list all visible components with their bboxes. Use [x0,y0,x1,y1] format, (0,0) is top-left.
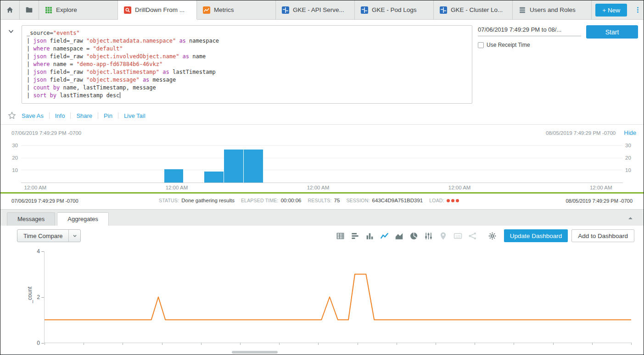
tab-label: Users and Roles [530,6,576,13]
query-line: | where namespace = "default" [27,45,467,53]
histogram-end-time: 08/05/2019 7:49:29 PM -0700 [546,130,616,136]
start-button[interactable]: Start [586,25,638,39]
action-share[interactable]: Share [76,112,92,119]
update-dashboard-button[interactable]: Update Dashboard [504,229,568,242]
use-receipt-time-checkbox[interactable] [478,42,484,48]
bar-chart-icon[interactable] [365,232,374,240]
histogram-bar [224,150,244,183]
metrics-icon [203,6,210,14]
action-pin[interactable]: Pin [104,112,112,119]
area-chart-icon[interactable] [395,232,403,240]
sliders-icon[interactable] [424,232,433,240]
status-group: STATUS:Done gathering resultsELAPSED TIM… [159,198,459,203]
grid-icon [45,6,52,14]
flow-icon [468,232,477,240]
x-tick-mark [358,343,358,345]
tab-label: DrillDown From ... [135,6,185,13]
x-tick-mark [84,343,84,345]
divider [70,112,71,119]
tab-label: GKE - Cluster Lo... [451,6,503,13]
x-tick-label: 12:00 AM [448,185,471,190]
status-start-time: 07/06/2019 7:49:29 PM -0700 [11,198,78,204]
count-series-line [45,251,631,343]
y-tick-label: 0 [27,340,40,346]
bar-horizontal-icon[interactable] [351,232,359,240]
tab-users-and-roles[interactable]: Users and Roles [513,0,592,19]
x-tick-label: 12:00 AM [307,185,330,190]
tab-explore[interactable]: Explore [39,0,118,19]
status-value: 00:00:06 [281,198,302,203]
chevron-down-icon [72,233,78,239]
collapse-query-icon[interactable] [7,27,15,35]
tab-gke-pod-logs[interactable]: GKE - Pod Logs [355,0,434,19]
x-tick-mark [279,343,280,345]
action-save-as[interactable]: Save As [22,112,44,119]
x-tick-mark [631,343,632,345]
search-panel: _source="events"| json field=_raw "objec… [0,20,644,124]
tab-bar: ExploreDrillDown From ...MetricsGKE - AP… [0,0,644,20]
y-tick-label: 30 [3,143,18,148]
x-tick-label: 12:00 AM [166,185,188,190]
time-compare-dropdown[interactable]: Time Compare [17,229,81,242]
load-dot [451,199,454,202]
new-button[interactable]: + New [595,4,627,17]
histogram-plot[interactable] [21,142,623,183]
add-to-dashboard-button[interactable]: Add to Dashboard [571,229,634,242]
table-icon[interactable] [336,232,345,240]
results-tab-aggregates[interactable]: Aggregates [57,212,109,226]
tab-drilldown-from[interactable]: DrillDown From ... [118,0,197,19]
query-editor[interactable]: _source="events"| json field=_raw "objec… [22,25,472,104]
status-value: Done gathering results [181,198,235,203]
tab-label: Explore [56,6,77,13]
action-live-tail[interactable]: Live Tail [124,112,146,119]
stack-icon [519,6,526,14]
results-panel: MessagesAggregates Time Compare 123 Upda… [0,209,644,355]
query-line: | json field=_raw "object.lastTimestamp"… [27,68,467,76]
y-tick-label: 4 [27,248,40,255]
map-pin-icon [439,232,448,240]
status-item: SESSION:643C4D9A751BD391 [346,198,423,203]
query-line: | json field=_raw "object.involvedObject… [27,53,467,61]
status-label: RESULTS: [308,198,331,203]
tab-gke-api-serve[interactable]: GKE - API Serve... [276,0,355,19]
x-tick-mark [123,343,123,345]
line-chart-icon[interactable] [380,232,389,240]
pie-chart-icon[interactable] [409,232,418,240]
tab-metrics[interactable]: Metrics [197,0,276,19]
query-line: | json field=_raw "object.metadata.names… [27,37,467,45]
gear-icon[interactable] [488,232,497,240]
load-dot [447,199,450,202]
tab-label: GKE - API Serve... [293,6,344,13]
results-tab-messages[interactable]: Messages [7,212,55,226]
histogram-bar [244,150,263,183]
collapse-results-icon[interactable] [627,215,633,221]
library-folder-button[interactable] [20,0,39,19]
y-tick-label: 10 [625,167,640,173]
text-cursor [120,92,120,98]
x-tick-mark [45,343,45,345]
y-tick-label: 30 [625,143,640,148]
folder-icon [25,6,33,14]
status-item: RESULTS:75 [308,198,340,203]
home-button[interactable] [0,0,20,19]
gridline [21,145,623,146]
dashboard-icon [282,6,289,14]
favorite-star-icon[interactable] [8,111,16,120]
action-links: Save AsInfoSharePinLive Tail [22,112,146,119]
status-label: ELAPSED TIME: [241,198,279,203]
hide-histogram-link[interactable]: Hide [624,129,636,136]
query-action-row: Save AsInfoSharePinLive Tail [8,111,146,120]
action-info[interactable]: Info [55,112,65,119]
chart-scrollbar-thumb[interactable] [232,351,278,354]
tab-gke-cluster-lo[interactable]: GKE - Cluster Lo... [434,0,513,19]
load-indicator [447,199,459,202]
y-tick-label: 2 [27,294,40,300]
status-label: SESSION: [346,198,370,203]
results-tab-strip: MessagesAggregates [0,210,644,226]
overflow-menu-button[interactable] [632,0,644,19]
time-range-input[interactable]: 07/06/2019 7:49:29 PM to 08/... [478,26,581,36]
x-tick-mark [201,343,202,345]
x-tick-mark [162,343,162,345]
tab-strip: ExploreDrillDown From ...MetricsGKE - AP… [39,0,592,19]
histogram-bar [204,172,224,183]
